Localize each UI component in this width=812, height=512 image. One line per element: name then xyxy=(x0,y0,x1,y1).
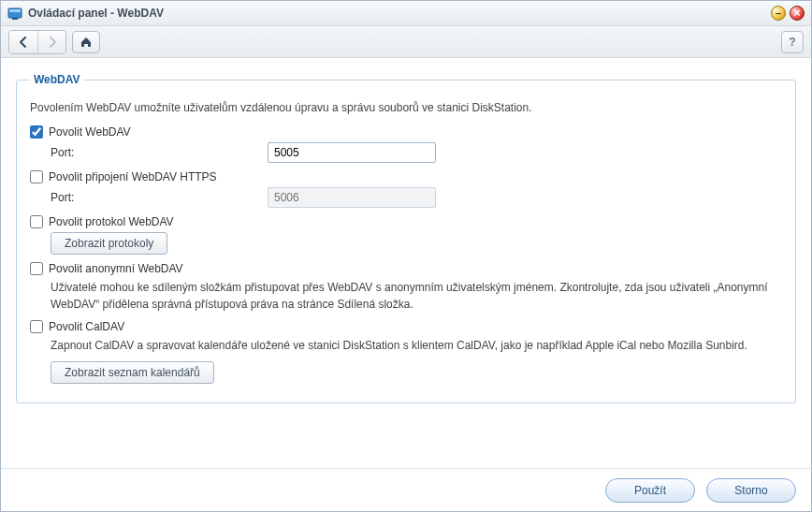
caldav-note: Zapnout CalDAV a spravovat kalendáře ulo… xyxy=(51,337,747,354)
enable-anon-label[interactable]: Povolit anonymní WebDAV xyxy=(49,262,183,275)
group-description: Povolením WebDAV umožníte uživatelům vzd… xyxy=(30,101,782,114)
webdav-port-input[interactable] xyxy=(268,142,436,163)
row-enable-webdav: Povolit WebDAV xyxy=(30,125,782,139)
toolbar: ? xyxy=(1,26,811,58)
titlebar: Ovládací panel - WebDAV xyxy=(1,1,811,26)
row-anon-note: Uživatelé mohou ke sdíleným složkám přis… xyxy=(30,279,782,313)
apply-button[interactable]: Použít xyxy=(605,478,695,503)
row-enable-caldav: Povolit CalDAV xyxy=(30,320,782,333)
window-title: Ovládací panel - WebDAV xyxy=(28,7,767,20)
cancel-button[interactable]: Storno xyxy=(706,478,796,503)
webdav-group: WebDAV Povolením WebDAV umožníte uživate… xyxy=(16,73,796,403)
row-caldav-note: Zapnout CalDAV a spravovat kalendáře ulo… xyxy=(30,337,782,354)
home-button[interactable] xyxy=(72,31,100,53)
view-logs-button[interactable]: Zobrazit protokoly xyxy=(51,232,167,255)
enable-https-checkbox[interactable] xyxy=(30,170,43,183)
enable-caldav-checkbox[interactable] xyxy=(30,320,43,333)
enable-caldav-label[interactable]: Povolit CalDAV xyxy=(49,320,124,333)
svg-rect-1 xyxy=(9,9,21,12)
row-enable-log: Povolit protokol WebDAV xyxy=(30,215,782,228)
group-legend: WebDAV xyxy=(30,73,84,86)
enable-webdav-checkbox[interactable] xyxy=(30,125,43,139)
row-log-button: Zobrazit protokoly xyxy=(30,232,782,255)
svg-rect-2 xyxy=(12,18,18,20)
enable-https-label[interactable]: Povolit připojení WebDAV HTTPS xyxy=(49,170,217,183)
row-webdav-port: Port: xyxy=(30,142,782,163)
enable-log-label[interactable]: Povolit protokol WebDAV xyxy=(49,215,174,228)
content-area: WebDAV Povolením WebDAV umožníte uživate… xyxy=(1,58,811,468)
minimize-button[interactable] xyxy=(771,6,786,21)
help-button[interactable]: ? xyxy=(781,31,804,53)
window: Ovládací panel - WebDAV ? WebDAV Povolen… xyxy=(0,0,812,512)
nav-group xyxy=(8,30,66,54)
enable-webdav-label[interactable]: Povolit WebDAV xyxy=(49,125,131,139)
enable-log-checkbox[interactable] xyxy=(30,215,43,228)
row-caldav-button: Zobrazit seznam kalendářů xyxy=(30,361,782,384)
row-enable-https: Povolit připojení WebDAV HTTPS xyxy=(30,170,782,183)
anon-note: Uživatelé mohou ke sdíleným složkám přis… xyxy=(51,279,782,313)
app-icon xyxy=(7,6,22,21)
enable-anon-checkbox[interactable] xyxy=(30,262,43,275)
view-calendar-list-button[interactable]: Zobrazit seznam kalendářů xyxy=(51,361,214,384)
close-button[interactable] xyxy=(790,6,805,21)
footer: Použít Storno xyxy=(1,468,811,511)
row-https-port: Port: xyxy=(30,187,782,208)
back-button[interactable] xyxy=(9,31,37,53)
webdav-port-label: Port: xyxy=(51,146,268,159)
forward-button[interactable] xyxy=(37,31,65,53)
https-port-label: Port: xyxy=(51,191,268,204)
https-port-input xyxy=(268,187,436,208)
row-enable-anon: Povolit anonymní WebDAV xyxy=(30,262,782,275)
